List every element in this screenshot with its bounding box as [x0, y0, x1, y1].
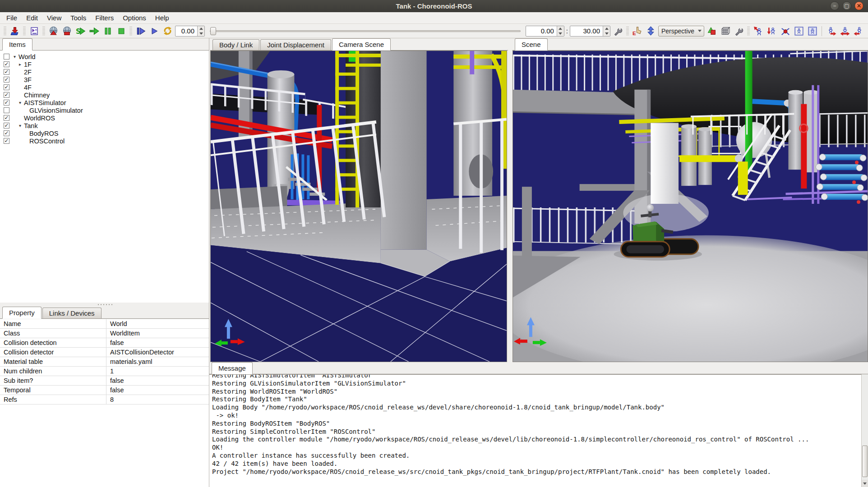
- store-item-button[interactable]: [9, 25, 21, 37]
- property-value[interactable]: false: [106, 376, 209, 385]
- expander-icon[interactable]: ▾: [17, 123, 23, 128]
- playback-button[interactable]: [148, 25, 160, 37]
- item-checkbox[interactable]: [4, 107, 9, 113]
- menu-help[interactable]: Help: [151, 12, 174, 23]
- item-checkbox[interactable]: ✓: [4, 115, 9, 121]
- spin-up-icon[interactable]: [198, 26, 204, 31]
- item-list-button[interactable]: [28, 25, 40, 37]
- menu-edit[interactable]: Edit: [22, 12, 42, 23]
- item-checkbox[interactable]: ✓: [4, 123, 9, 129]
- menu-view[interactable]: View: [42, 12, 66, 23]
- scene-viewport[interactable]: [512, 51, 868, 362]
- toolbar-grip[interactable]: [42, 27, 45, 36]
- titlebar[interactable]: Tank - Choreonoid-ROS − ▢ ✕: [0, 0, 868, 12]
- body-move-button[interactable]: [752, 25, 764, 37]
- tree-item-2f[interactable]: ✓ 2F: [0, 68, 209, 76]
- tab-links-devices[interactable]: Links / Devices: [42, 308, 102, 318]
- body-arrow-right-button[interactable]: [825, 25, 837, 37]
- menu-filters[interactable]: Filters: [91, 12, 118, 23]
- spin-up-icon[interactable]: [603, 26, 610, 31]
- tree-item-3f[interactable]: ✓ 3F: [0, 76, 209, 83]
- tab-items[interactable]: Items: [2, 38, 32, 51]
- spin-down-icon[interactable]: [557, 31, 564, 36]
- play-from-start-button[interactable]: [134, 25, 147, 37]
- toolbar-grip[interactable]: [23, 27, 26, 36]
- start-simulation-button[interactable]: [47, 25, 60, 37]
- item-checkbox[interactable]: [4, 54, 9, 60]
- tab-message[interactable]: Message: [212, 362, 253, 374]
- expander-icon[interactable]: ▾: [17, 100, 23, 105]
- pause-simulation-button[interactable]: [102, 25, 114, 37]
- item-checkbox[interactable]: ✓: [4, 61, 9, 67]
- tree-item-bodyros[interactable]: ✓ BodyROS: [0, 129, 209, 137]
- toolbar-grip[interactable]: [4, 27, 6, 36]
- menu-tools[interactable]: Tools: [66, 12, 91, 23]
- pose-box-alt-button[interactable]: [806, 25, 818, 37]
- collision-view-button[interactable]: [706, 25, 718, 37]
- item-checkbox[interactable]: ✓: [4, 77, 9, 83]
- edit-mode-button[interactable]: E: [631, 25, 643, 37]
- resume-simulation-button[interactable]: S: [74, 25, 87, 37]
- item-checkbox[interactable]: ✓: [4, 69, 9, 75]
- spin-down-icon[interactable]: [198, 31, 204, 36]
- scene-config-button[interactable]: [733, 25, 745, 37]
- time-spinbox-value[interactable]: 0.00: [175, 26, 197, 36]
- vertical-splitter[interactable]: [507, 51, 512, 362]
- expander-icon[interactable]: ▸: [17, 62, 23, 67]
- time-config-button[interactable]: [612, 25, 624, 37]
- stop-simulation-button[interactable]: [115, 25, 127, 37]
- property-value[interactable]: 8: [106, 395, 209, 404]
- toolbar-grip[interactable]: [626, 27, 629, 36]
- scroll-down-icon[interactable]: [862, 480, 868, 487]
- menu-options[interactable]: Options: [118, 12, 151, 23]
- time-slider[interactable]: [210, 26, 521, 37]
- maximize-button[interactable]: ▢: [842, 1, 851, 10]
- property-value[interactable]: AISTCollisionDetector: [106, 348, 209, 357]
- expander-icon[interactable]: ▾: [12, 54, 18, 59]
- flip-view-button[interactable]: [645, 25, 657, 37]
- tree-item-glvisionsimulator[interactable]: GLVisionSimulator: [0, 106, 209, 114]
- tab-camera-scene[interactable]: Camera Scene: [332, 38, 391, 51]
- time-slider-groove[interactable]: [210, 30, 521, 32]
- body-origin-button[interactable]: [779, 25, 791, 37]
- step-simulation-button[interactable]: [88, 25, 100, 37]
- tree-item-worldros[interactable]: ✓ WorldROS: [0, 114, 209, 122]
- property-value[interactable]: WorldItem: [106, 329, 209, 338]
- projection-dropdown[interactable]: Perspective: [658, 26, 704, 37]
- message-log[interactable]: Restoring AISTSimulatorItem "AISTSimulat…: [209, 374, 868, 487]
- toolbar-grip[interactable]: [129, 27, 132, 36]
- property-value[interactable]: false: [106, 386, 209, 395]
- frame-rate-value[interactable]: 30.00: [570, 26, 603, 36]
- message-scrollbar[interactable]: [861, 374, 868, 487]
- camera-scene-viewport[interactable]: [210, 51, 507, 362]
- spin-up-icon[interactable]: [557, 26, 564, 31]
- toolbar-grip[interactable]: [747, 27, 750, 36]
- tree-item-1f[interactable]: ✓ ▸ 1F: [0, 60, 209, 68]
- tree-item-chimney[interactable]: ✓ Chimney: [0, 91, 209, 99]
- body-arrow-left-button[interactable]: [852, 25, 864, 37]
- body-place-button[interactable]: [766, 25, 778, 37]
- tab-body-link[interactable]: Body / Link: [212, 39, 259, 50]
- scrollbar-thumb[interactable]: [862, 446, 868, 477]
- tab-scene[interactable]: Scene: [515, 38, 548, 51]
- property-value[interactable]: World: [106, 319, 209, 328]
- sync-time-button[interactable]: [162, 25, 174, 37]
- time-spinbox[interactable]: 0.00: [175, 26, 205, 37]
- time-display-value[interactable]: 0.00: [526, 26, 557, 36]
- item-checkbox[interactable]: ✓: [4, 138, 9, 144]
- time-slider-handle[interactable]: [210, 27, 216, 35]
- frame-rate-spinbox[interactable]: 30.00: [570, 26, 610, 37]
- tree-item-tank[interactable]: ✓ ▾ Tank: [0, 122, 209, 129]
- horizontal-splitter[interactable]: [0, 303, 209, 307]
- time-display-spinbox[interactable]: 0.00: [526, 26, 564, 37]
- item-checkbox[interactable]: ✓: [4, 100, 9, 106]
- restart-simulation-button[interactable]: [61, 25, 73, 37]
- spin-down-icon[interactable]: [603, 31, 610, 36]
- item-checkbox[interactable]: ✓: [4, 92, 9, 98]
- tab-property[interactable]: Property: [2, 307, 42, 319]
- minimize-button[interactable]: −: [830, 1, 839, 10]
- item-checkbox[interactable]: ✓: [4, 130, 9, 136]
- tree-item-4f[interactable]: ✓ 4F: [0, 83, 209, 91]
- pose-box-button[interactable]: [793, 25, 805, 37]
- tree-item-roscontrol[interactable]: ✓ ROSControl: [0, 137, 209, 145]
